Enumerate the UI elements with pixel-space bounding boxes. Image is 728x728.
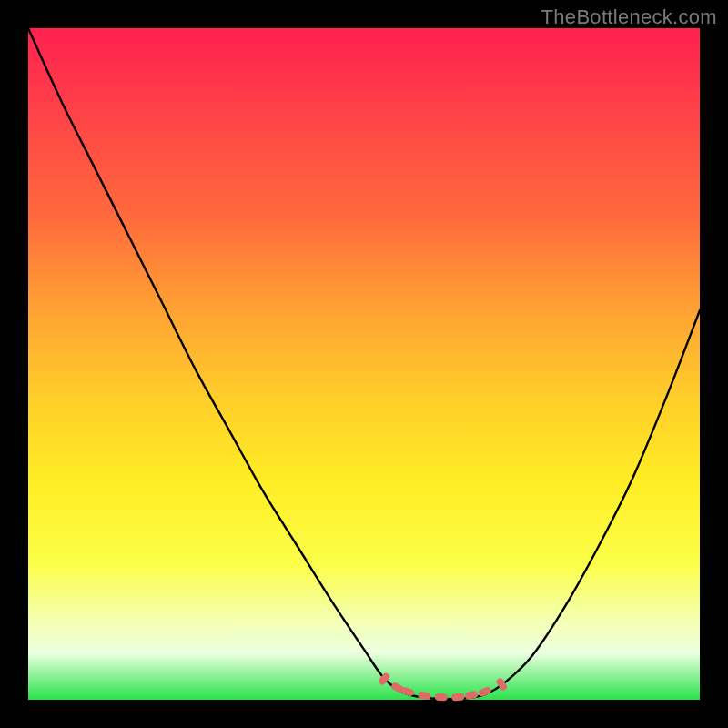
marker-pill <box>464 691 478 701</box>
marker-pill <box>418 692 431 701</box>
marker-pill <box>495 677 509 692</box>
optimal-band-markers <box>378 672 509 701</box>
marker-pill <box>435 693 448 702</box>
marker-pill <box>451 693 465 702</box>
watermark-text: TheBottleneck.com <box>541 5 717 29</box>
chart-svg <box>28 28 700 700</box>
bottleneck-curve <box>28 28 700 699</box>
plot-area <box>28 28 700 700</box>
chart-frame: TheBottleneck.com <box>0 0 728 728</box>
